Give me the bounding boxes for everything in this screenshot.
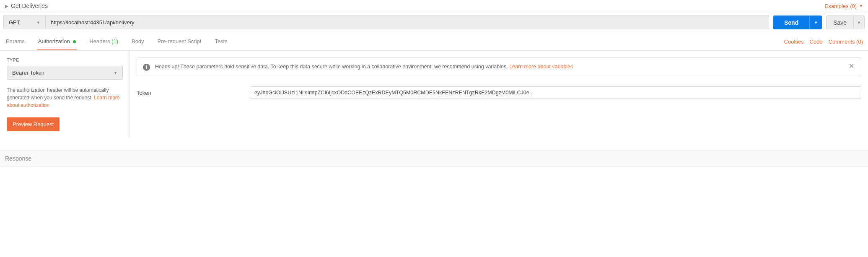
request-name-text: Get Deliveries <box>11 3 48 9</box>
chevron-down-icon: ▼ <box>859 4 863 8</box>
tab-authorization[interactable]: Authorization <box>37 33 77 50</box>
save-dropdown-button[interactable]: ▼ <box>854 16 865 29</box>
warning-banner: ! Heads up! These parameters hold sensit… <box>137 57 861 76</box>
type-label: TYPE <box>7 57 123 62</box>
learn-more-variables-link[interactable]: Learn more about variables <box>509 64 573 70</box>
tab-headers[interactable]: Headers (1) <box>88 33 119 50</box>
chevron-down-icon: ▼ <box>857 21 861 25</box>
examples-dropdown[interactable]: Examples (0) ▼ <box>825 3 863 9</box>
auth-type-value: Bearer Token <box>12 70 44 76</box>
response-label: Response <box>5 155 31 162</box>
token-label: Token <box>137 90 241 96</box>
request-tabs: Params Authorization Headers (1) Body Pr… <box>5 33 228 50</box>
chevron-down-icon: ▼ <box>114 71 117 75</box>
tab-headers-label: Headers <box>89 38 110 44</box>
examples-label: Examples (0) <box>825 3 857 9</box>
response-section-header[interactable]: Response <box>0 151 868 166</box>
auth-content-pane: ! Heads up! These parameters hold sensit… <box>130 51 868 138</box>
tab-authorization-label: Authorization <box>38 38 70 44</box>
method-value: GET <box>9 19 20 26</box>
warning-message: Heads up! These parameters hold sensitiv… <box>155 64 509 70</box>
cookies-link[interactable]: Cookies <box>784 39 804 45</box>
warning-text: Heads up! These parameters hold sensitiv… <box>155 63 843 71</box>
status-dot-icon <box>73 40 76 43</box>
code-link[interactable]: Code <box>810 39 823 45</box>
save-button[interactable]: Save <box>826 16 854 29</box>
chevron-down-icon: ▼ <box>814 21 818 25</box>
comments-link[interactable]: Comments (0) <box>829 39 863 45</box>
tab-headers-count: (1) <box>111 38 118 44</box>
url-input[interactable] <box>45 16 769 29</box>
token-input[interactable] <box>250 86 861 99</box>
auth-type-select[interactable]: Bearer Token ▼ <box>7 66 123 80</box>
send-button[interactable]: Send <box>773 16 809 29</box>
preview-request-button[interactable]: Preview Request <box>7 117 60 131</box>
warning-icon: ! <box>143 64 150 71</box>
right-links: Cookies Code Comments (0) <box>784 39 863 45</box>
tab-body[interactable]: Body <box>131 33 145 50</box>
tab-tests[interactable]: Tests <box>214 33 228 50</box>
send-dropdown-button[interactable]: ▼ <box>809 16 822 29</box>
tab-prerequest[interactable]: Pre-request Script <box>157 33 202 50</box>
request-name[interactable]: ▶ Get Deliveries <box>5 3 48 9</box>
tab-params[interactable]: Params <box>5 33 26 50</box>
close-icon[interactable]: ✕ <box>848 63 855 70</box>
disclosure-icon: ▶ <box>5 4 8 8</box>
auth-description: The authorization header will be automat… <box>7 86 123 109</box>
method-select[interactable]: GET ▼ <box>3 16 45 29</box>
auth-type-pane: TYPE Bearer Token ▼ The authorization he… <box>0 51 130 138</box>
chevron-down-icon: ▼ <box>36 21 40 25</box>
auth-desc-text: The authorization header will be automat… <box>7 87 109 101</box>
